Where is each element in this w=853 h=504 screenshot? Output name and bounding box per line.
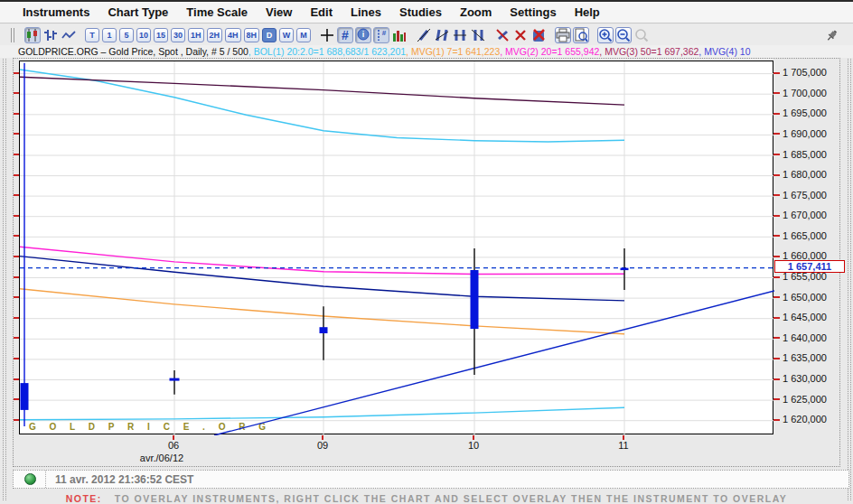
y-axis-tick: [773, 378, 780, 380]
grid-icon: #: [338, 28, 352, 42]
y-axis-label: 1 690,000: [783, 128, 846, 139]
print-button[interactable]: [555, 27, 571, 43]
legend-segment: , MVG(2) 20=1 655,942: [500, 46, 599, 57]
hline-tool-button[interactable]: [452, 27, 468, 43]
volume-icon: [392, 28, 407, 42]
y-axis-left-tick: [14, 337, 19, 339]
y-axis-label: 1 640,000: [783, 332, 846, 343]
y-axis-tick: [773, 358, 780, 359]
print-preview-button[interactable]: [573, 27, 589, 43]
no-line-tool-button[interactable]: [494, 27, 511, 43]
timeframe-8h-button[interactable]: 8H: [244, 28, 260, 42]
zoom-reset-button[interactable]: [633, 27, 650, 43]
menu-item-lines[interactable]: Lines: [351, 5, 381, 19]
y-axis-tick: [773, 133, 780, 135]
y-axis-tick: [773, 398, 780, 400]
y-axis-tick: [773, 296, 780, 298]
menu-item-instruments[interactable]: Instruments: [23, 5, 89, 19]
deleteall-icon: [531, 28, 546, 42]
timeframe-15min-button[interactable]: 15: [154, 28, 168, 42]
timeframe-tick-button[interactable]: T: [85, 28, 99, 42]
vline-tool-button[interactable]: [470, 27, 486, 43]
hline-icon: [453, 28, 467, 42]
zoom-out-button[interactable]: [615, 27, 632, 43]
linechart-icon: [61, 28, 76, 42]
menu-item-time-scale[interactable]: Time Scale: [186, 5, 248, 19]
axis-values-button[interactable]: #: [373, 27, 389, 43]
candlestick-icon: [25, 28, 40, 42]
menu-item-zoom[interactable]: Zoom: [460, 5, 492, 19]
x-axis-date-label: avr./06/12: [121, 453, 202, 463]
trendline-icon: [417, 28, 431, 42]
legend-segment: , MVG(3) 50=1 697,362: [599, 46, 698, 57]
timeframe-4h-button[interactable]: 4H: [225, 28, 241, 42]
status-timestamp: 11 avr. 2012 21:36:52 CEST: [55, 473, 193, 486]
note-label: NOTE:: [66, 493, 102, 504]
y-axis-label: 1 685,000: [783, 149, 846, 160]
svg-text:#: #: [382, 29, 387, 37]
y-axis-left-tick: [14, 317, 19, 319]
toolbar-grip[interactable]: [11, 28, 14, 42]
crosshair-button[interactable]: [319, 27, 335, 43]
y-axis-left-tick: [14, 276, 19, 278]
x-axis-label: 09: [305, 440, 341, 451]
ohlc-chart-button[interactable]: [42, 27, 59, 43]
y-axis-tick: [773, 92, 780, 94]
legend-segment: , BOL(1) 20:2.0=1 688,683/1 623,201: [248, 46, 406, 57]
y-axis-left-tick: [14, 419, 19, 421]
delete-all-lines-button[interactable]: [530, 27, 547, 43]
info-bubble-button[interactable]: i: [355, 27, 371, 43]
y-axis-left-tick: [14, 72, 19, 74]
vline-icon: [471, 28, 485, 42]
app-window: { "menu": { "items": [ {"id":"instrument…: [0, 0, 853, 504]
line-chart-button[interactable]: [61, 27, 77, 43]
zoom-in-button[interactable]: [597, 27, 614, 43]
note-banner: NOTE:TO OVERLAY INSTRUMENTS, RIGHT CLICK…: [0, 493, 853, 504]
y-axis-label: 1 625,000: [783, 394, 846, 405]
trendline-tool-button[interactable]: [416, 27, 432, 43]
timeframe-10min-button[interactable]: 10: [136, 28, 151, 42]
timeframe-monthly-button[interactable]: M: [296, 28, 311, 42]
menu-item-chart-type[interactable]: Chart Type: [108, 5, 168, 19]
menu-item-settings[interactable]: Settings: [510, 5, 556, 19]
timeframe-2h-button[interactable]: 2H: [207, 28, 223, 42]
timeframe-1h-button[interactable]: 1H: [188, 28, 204, 42]
y-axis-left-tick: [14, 113, 19, 115]
grid-toggle-button[interactable]: #: [337, 27, 353, 43]
y-axis-label: 1 630,000: [783, 373, 846, 384]
x-axis-label: 06: [155, 440, 192, 451]
y-axis-tick: [773, 215, 780, 217]
timeframe-1min-button[interactable]: 1: [102, 28, 117, 42]
y-axis-tick: [773, 337, 780, 339]
menu-item-edit[interactable]: Edit: [310, 5, 333, 19]
y-axis-tick: [773, 317, 780, 319]
timeframe-weekly-button[interactable]: W: [279, 28, 294, 42]
timeframe-5min-button[interactable]: 5: [119, 28, 134, 42]
menu-item-help[interactable]: Help: [575, 5, 600, 19]
volume-button[interactable]: [391, 27, 408, 43]
timeframe-30min-button[interactable]: 30: [171, 28, 185, 42]
y-axis-left-tick: [14, 133, 19, 135]
y-axis-tick: [773, 154, 780, 155]
y-axis-label: 1 645,000: [783, 312, 846, 322]
y-axis-left-tick: [14, 194, 19, 196]
y-axis-label: 1 680,000: [783, 169, 846, 180]
candlestick-chart-button[interactable]: [24, 27, 41, 43]
y-axis-tick: [773, 113, 780, 115]
price-chart[interactable]: G O L D P R I C E . O R G: [19, 61, 773, 434]
menu-bar: InstrumentsChart TypeTime ScaleViewEditL…: [0, 0, 853, 23]
menu-item-view[interactable]: View: [266, 5, 292, 19]
menu-item-studies[interactable]: Studies: [399, 5, 442, 19]
timeframe-daily-button[interactable]: D: [262, 28, 277, 42]
deletex-icon: [513, 28, 528, 42]
toolbar: T151015301H2H4H8HDWM#i#: [0, 24, 853, 46]
y-axis-label: 1 665,000: [783, 230, 846, 241]
y-axis-tick: [773, 72, 780, 74]
series-bollinger-lower: [20, 407, 624, 420]
delete-line-button[interactable]: [512, 27, 529, 43]
legend-segment: GOLDPRICE.ORG – Gold Price, Spot , Daily…: [18, 46, 248, 57]
pin-toolbar-button[interactable]: [824, 27, 840, 43]
y-axis-left-tick: [14, 174, 19, 176]
y-axis-left-tick: [14, 154, 19, 155]
channel-tool-button[interactable]: [434, 27, 450, 43]
